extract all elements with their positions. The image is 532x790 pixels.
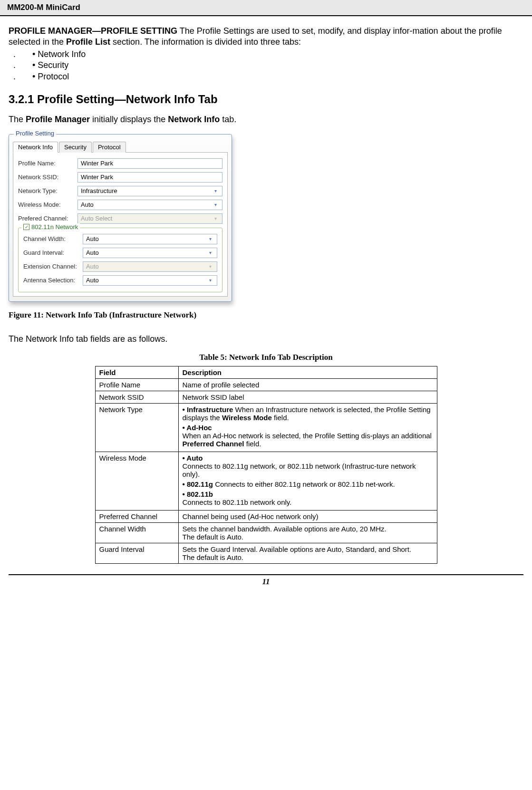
select-network-type[interactable]: Infrastructure ▾	[77, 186, 222, 196]
bullet-text: • Network Info	[32, 49, 86, 60]
label-wireless-mode: Wireless Mode:	[18, 201, 77, 208]
page-header: MM200-M MiniCard	[0, 0, 532, 16]
cell-description: • Infrastructure When an Infrastructure …	[178, 403, 437, 452]
cell-description: Sets the channel bandwidth. Available op…	[178, 522, 437, 543]
paragraph-2: The Network Info tab fields are as follo…	[9, 334, 523, 344]
cell-field: Wireless Mode	[95, 452, 178, 510]
cell-description: Name of profile selected	[178, 378, 437, 391]
bullet-row: . • Network Info	[9, 49, 523, 60]
chevron-down-icon: ▾	[212, 188, 219, 193]
select-antenna-selection[interactable]: Auto ▾	[83, 275, 217, 286]
table-wrapper: Field Description Profile NameName of pr…	[9, 366, 523, 564]
chevron-down-icon: ▾	[212, 216, 219, 221]
cell-field: Preferred Channel	[95, 510, 178, 522]
chevron-down-icon: ▾	[206, 264, 214, 269]
row-network-ssid: Network SSID: Winter Park	[18, 172, 222, 183]
row-guard-interval: Guard Interval: Auto ▾	[23, 248, 217, 258]
bullet-text: • Security	[32, 60, 68, 71]
label-profile-name: Profile Name:	[18, 160, 77, 167]
select-wireless-mode[interactable]: Auto ▾	[77, 200, 222, 210]
value-extension-channel: Auto	[86, 263, 99, 270]
row-profile-name: Profile Name: Winter Park	[18, 158, 222, 169]
select-preferred-channel: Auto Select ▾	[77, 213, 222, 224]
select-channel-width[interactable]: Auto ▾	[83, 234, 217, 244]
p1-pre: The	[9, 115, 26, 124]
p1-b2: Network Info	[168, 115, 220, 124]
table-row: Preferred ChannelChannel being used (Ad-…	[95, 510, 437, 522]
p1-post: tab.	[220, 115, 236, 124]
th-field: Field	[95, 366, 178, 378]
value-network-ssid: Winter Park	[81, 173, 113, 181]
row-antenna-selection: Antenna Selection: Auto ▾	[23, 275, 217, 286]
checkbox-80211n[interactable]: ✓	[23, 224, 29, 230]
select-extension-channel: Auto ▾	[83, 261, 217, 272]
profile-setting-groupbox: Profile Setting Network Info Security Pr…	[9, 134, 232, 302]
label-channel-width: Channel Width:	[23, 235, 83, 242]
cell-field: Guard Interval	[95, 543, 178, 563]
chevron-down-icon: ▾	[206, 250, 214, 255]
row-wireless-mode: Wireless Mode: Auto ▾	[18, 200, 222, 210]
table-row: Network Type• Infrastructure When an Inf…	[95, 403, 437, 452]
label-guard-interval: Guard Interval:	[23, 249, 83, 256]
tab-protocol[interactable]: Protocol	[93, 142, 126, 153]
tab-network-info[interactable]: Network Info	[13, 142, 58, 153]
cell-description: Channel being used (Ad-Hoc network only)	[178, 510, 437, 522]
row-preferred-channel: Prefered Channel: Auto Select ▾	[18, 213, 222, 224]
bullet-row: . • Protocol	[9, 71, 523, 82]
group-80211n-caption: ✓ 802.11n Network	[21, 223, 80, 231]
value-wireless-mode: Auto	[81, 201, 94, 208]
group-80211n: ✓ 802.11n Network Channel Width: Auto ▾ …	[18, 228, 222, 292]
bullet-row: . • Security	[9, 60, 523, 71]
label-network-type: Network Type:	[18, 187, 77, 194]
screenshot-panel: Profile Setting Network Info Security Pr…	[9, 134, 232, 302]
section-heading: 3.2.1 Profile Setting—Network Info Tab	[9, 93, 523, 106]
network-info-table: Field Description Profile NameName of pr…	[95, 366, 437, 564]
cell-field: Profile Name	[95, 378, 178, 391]
value-channel-width: Auto	[86, 235, 99, 242]
table-row: Guard IntervalSets the Guard Interval. A…	[95, 543, 437, 563]
table-row: Channel WidthSets the channel bandwidth.…	[95, 522, 437, 543]
intro-lead-bold2: Profile List	[66, 37, 110, 47]
chevron-down-icon: ▾	[206, 236, 214, 241]
label-preferred-channel: Prefered Channel:	[18, 215, 77, 222]
input-profile-name[interactable]: Winter Park	[77, 158, 222, 169]
bullet-marker: .	[9, 71, 32, 82]
value-preferred-channel: Auto Select	[81, 215, 113, 222]
tab-security[interactable]: Security	[59, 142, 92, 153]
tab-strip: Network Info Security Protocol	[13, 141, 228, 153]
cell-field: Network Type	[95, 403, 178, 452]
input-network-ssid[interactable]: Winter Park	[77, 172, 222, 183]
cell-description: Sets the Guard Interval. Available optio…	[178, 543, 437, 563]
row-channel-width: Channel Width: Auto ▾	[23, 234, 217, 244]
label-extension-channel: Extension Channel:	[23, 263, 83, 270]
cell-field: Channel Width	[95, 522, 178, 543]
value-network-type: Infrastructure	[81, 187, 117, 194]
table-row: Network SSIDNetwork SSID label	[95, 391, 437, 403]
intro-bullets: . • Network Info . • Security . • Protoc…	[9, 49, 523, 82]
table-row: Profile NameName of profile selected	[95, 378, 437, 391]
table-caption: Table 5: Network Info Tab Description	[9, 353, 523, 362]
label-antenna-selection: Antenna Selection:	[23, 277, 83, 284]
group-80211n-label: 802.11n Network	[31, 223, 78, 231]
page-number: 11	[0, 575, 532, 593]
cell-field: Network SSID	[95, 391, 178, 403]
bullet-marker: .	[9, 49, 32, 60]
label-network-ssid: Network SSID:	[18, 173, 77, 181]
cell-description: Network SSID label	[178, 391, 437, 403]
table-row: Wireless Mode• AutoConnects to 802.11g n…	[95, 452, 437, 510]
row-network-type: Network Type: Infrastructure ▾	[18, 186, 222, 196]
figure-caption: Figure 11: Network Info Tab (Infrastruct…	[9, 310, 523, 320]
tab-panel-network-info: Profile Name: Winter Park Network SSID: …	[13, 153, 228, 297]
bullet-text: • Protocol	[32, 71, 69, 82]
select-guard-interval[interactable]: Auto ▾	[83, 248, 217, 258]
row-extension-channel: Extension Channel: Auto ▾	[23, 261, 217, 272]
value-antenna-selection: Auto	[86, 277, 99, 284]
chevron-down-icon: ▾	[212, 202, 219, 207]
cell-description: • AutoConnects to 802.11g network, or 80…	[178, 452, 437, 510]
intro-lead-rest2: section. The information is divided into…	[110, 37, 301, 47]
paragraph-1: The Profile Manager initially displays t…	[9, 115, 523, 125]
p1-mid: initially displays the	[90, 115, 168, 124]
value-guard-interval: Auto	[86, 249, 99, 256]
intro-lead-bold: PROFILE MANAGER—PROFILE SETTING	[9, 26, 177, 36]
groupbox-caption: Profile Setting	[14, 130, 56, 137]
